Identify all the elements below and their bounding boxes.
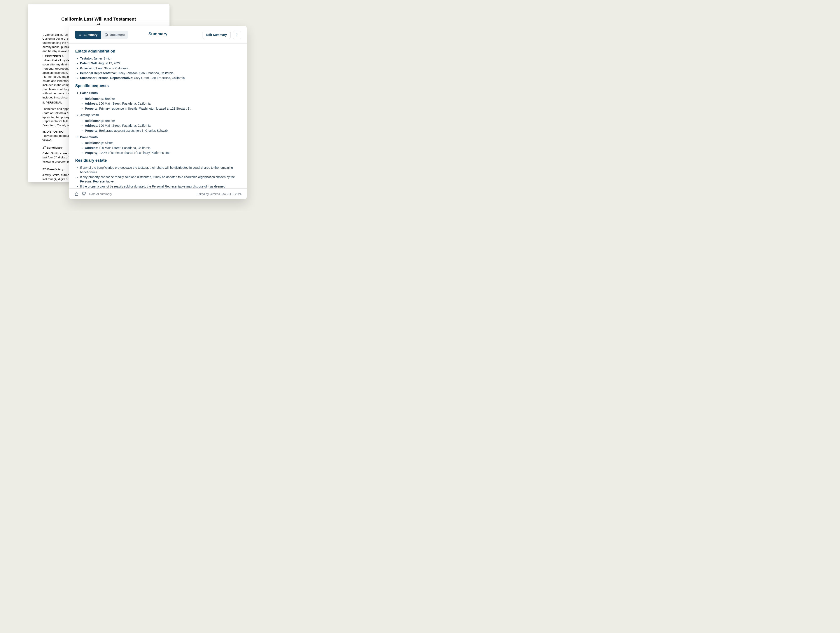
summary-panel: Summary Document Summary Edit Summary <box>69 26 247 199</box>
residuary-list: If any of the beneficiaries pre-decease … <box>75 165 241 188</box>
bequest-detail: Relationship: Brother <box>85 97 241 101</box>
tab-document-label: Document <box>110 33 125 36</box>
more-vertical-icon <box>235 33 238 37</box>
bequest-detail-value: Brother <box>105 119 115 122</box>
bequest-item: Diana SmithRelationship: SisterAddress: … <box>80 135 241 155</box>
tab-summary[interactable]: Summary <box>75 31 101 39</box>
estate-item: Successor Personal Representative: Cary … <box>80 76 241 80</box>
bequest-detail: Relationship: Sister <box>85 141 241 145</box>
bequest-detail: Address: 100 Main Street, Pasadena, Cali… <box>85 101 241 106</box>
bequests-list: Caleb SmithRelationship: BrotherAddress:… <box>75 91 241 155</box>
bequest-detail: Property: Brokerage account assets held … <box>85 128 241 133</box>
svg-point-4 <box>79 35 79 35</box>
bequest-detail-value: 100 Main Street, Pasadena, California <box>99 124 151 127</box>
svg-point-10 <box>237 35 237 36</box>
bequest-detail: Relationship: Brother <box>85 119 241 123</box>
bequest-detail-label: Relationship <box>85 119 103 122</box>
estate-item: Personal Representative: Stacy Johnson, … <box>80 71 241 75</box>
bequest-detail-value: Brother <box>105 97 115 100</box>
bequest-details: Relationship: SisterAddress: 100 Main St… <box>80 141 241 155</box>
bequest-detail: Property: Primary residence in Seattle, … <box>85 106 241 111</box>
edit-summary-button[interactable]: Edit Summary <box>202 31 231 39</box>
bequest-details: Relationship: BrotherAddress: 100 Main S… <box>80 119 241 133</box>
doc-title: California Last Will and Testament <box>43 16 155 22</box>
tab-document[interactable]: Document <box>101 31 128 39</box>
list-icon <box>78 33 82 36</box>
bequest-details: Relationship: BrotherAddress: 100 Main S… <box>80 97 241 111</box>
more-options-button[interactable] <box>233 31 241 39</box>
bequest-name: Diana Smith <box>80 135 98 139</box>
estate-item-value: Stacy Johnson, San Francisco, California <box>117 71 174 75</box>
svg-point-9 <box>237 34 237 35</box>
residuary-item: If any of the beneficiaries pre-decease … <box>80 165 241 174</box>
bequest-detail: Address: 100 Main Street, Pasadena, Cali… <box>85 123 241 128</box>
residuary-item: If any property cannot be readily sold a… <box>80 175 241 184</box>
estate-item-value: August 12, 2022 <box>98 62 120 65</box>
estate-item: Governing Law: State of California <box>80 66 241 70</box>
section-residuary-heading: Residuary estate <box>75 158 241 163</box>
bequest-detail-label: Property <box>85 107 98 110</box>
bequest-detail-label: Relationship <box>85 141 103 145</box>
estate-item: Date of Will: August 12, 2022 <box>80 61 241 65</box>
bequest-detail-value: 100% of common shares of Luminary Platfo… <box>99 151 170 155</box>
estate-item-label: Date of Will <box>80 62 97 65</box>
footer-edited-by: Edited by Jemima Law Jul 8, 2024 <box>196 192 242 196</box>
tab-summary-label: Summary <box>84 33 98 36</box>
document-icon <box>104 33 108 36</box>
bequest-detail-value: 100 Main Street, Pasadena, California <box>99 102 151 105</box>
bequest-detail-label: Address <box>85 146 97 150</box>
bequest-detail: Address: 100 Main Street, Pasadena, Cali… <box>85 146 241 150</box>
bequest-item: Caleb SmithRelationship: BrotherAddress:… <box>80 91 241 111</box>
estate-item-label: Personal Representative <box>80 71 116 75</box>
estate-item-label: Successor Personal Representative <box>80 76 132 80</box>
panel-body: Estate administration Testator: James Sm… <box>69 44 247 188</box>
panel-footer: Rate AI summary Edited by Jemima Law Jul… <box>69 188 247 199</box>
estate-item-value: State of California <box>104 66 128 70</box>
bequest-detail-value: Sister <box>105 141 113 145</box>
bequest-detail-value: Brokerage account assets held in Charles… <box>99 129 169 132</box>
section-estate-heading: Estate administration <box>75 48 241 54</box>
bequest-detail-label: Property <box>85 129 98 132</box>
estate-item-label: Governing Law <box>80 66 102 70</box>
section-bequests-heading: Specific bequests <box>75 83 241 89</box>
svg-point-8 <box>237 33 237 34</box>
bequest-detail-value: 100 Main Street, Pasadena, California <box>99 146 151 150</box>
panel-header: Summary Document Summary Edit Summary <box>69 26 247 44</box>
bequest-item: Jimmy SmithRelationship: BrotherAddress:… <box>80 113 241 133</box>
tab-segment: Summary Document <box>75 31 128 39</box>
estate-item: Testator: James Smith <box>80 56 241 61</box>
estate-item-value: James Smith <box>94 57 111 60</box>
bequest-detail-value: Primary residence in Seattle, Washington… <box>99 107 191 110</box>
thumbs-down-button[interactable] <box>82 191 86 196</box>
bequest-detail-label: Property <box>85 151 98 155</box>
thumbs-up-button[interactable] <box>74 191 79 196</box>
bequest-detail-label: Address <box>85 124 97 127</box>
residuary-item: If the property cannot be readily sold o… <box>80 184 241 188</box>
bequest-name: Jimmy Smith <box>80 113 99 117</box>
bequest-name: Caleb Smith <box>80 91 98 95</box>
estate-list: Testator: James SmithDate of Will: Augus… <box>75 56 241 80</box>
bequest-detail: Property: 100% of common shares of Lumin… <box>85 150 241 155</box>
svg-point-5 <box>79 35 79 36</box>
bequest-detail-label: Relationship <box>85 97 103 100</box>
estate-item-label: Testator <box>80 57 92 60</box>
estate-item-value: Cary Grant, San Francisco, California <box>134 76 185 80</box>
rate-summary-label: Rate AI summary <box>89 192 112 196</box>
bequest-detail-label: Address <box>85 102 97 105</box>
